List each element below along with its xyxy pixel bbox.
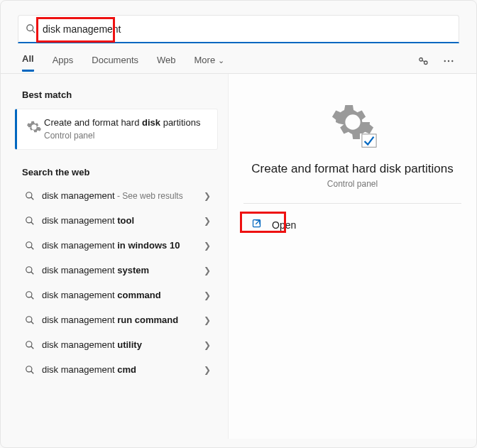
svg-point-17 [26,316,32,322]
tab-more[interactable]: More [194,55,225,71]
best-match-header: Best match [1,84,228,106]
chevron-right-icon: ❯ [204,191,211,201]
svg-line-18 [31,321,34,324]
svg-point-19 [26,341,32,346]
search-input[interactable] [43,23,459,35]
search-icon [18,23,43,34]
tab-web[interactable]: Web [157,55,176,71]
svg-line-10 [31,222,34,224]
svg-line-8 [31,197,34,200]
chevron-right-icon: ❯ [204,340,211,350]
svg-point-6 [451,60,453,62]
web-result-text: disk management run command [38,315,204,325]
web-result-text: disk management system [38,265,204,275]
svg-line-22 [31,371,34,373]
best-match-title: Create and format hard disk partitions [44,116,200,129]
more-options-icon[interactable] [442,55,455,70]
svg-rect-23 [361,134,375,147]
open-button[interactable]: Open [240,212,307,237]
open-label: Open [272,219,296,231]
svg-point-11 [26,241,32,247]
gear-check-icon [330,99,375,148]
svg-point-5 [448,60,449,62]
results-panel: Best match Create and format hard disk p… [1,74,228,439]
web-result-6[interactable]: disk management utility❯ [1,332,228,357]
web-result-1[interactable]: disk management tool❯ [1,208,228,233]
svg-line-1 [32,30,35,33]
gear-icon [24,116,44,141]
web-result-4[interactable]: disk management command❯ [1,283,228,307]
search-icon [22,365,38,375]
svg-line-14 [31,271,34,274]
svg-line-12 [31,246,34,249]
web-result-text: disk management cmd [38,364,204,375]
best-match-result[interactable]: Create and format hard disk partitions C… [15,109,218,150]
search-icon [22,191,38,201]
web-result-5[interactable]: disk management run command❯ [1,307,228,332]
search-icon [22,241,38,251]
svg-point-15 [26,291,32,297]
tab-apps[interactable]: Apps [53,55,74,71]
search-icon [22,266,38,275]
tab-documents[interactable]: Documents [92,55,138,71]
web-result-0[interactable]: disk management - See web results❯ [1,183,228,208]
svg-line-20 [31,346,34,349]
chevron-right-icon: ❯ [204,216,211,226]
search-icon [22,290,38,300]
chevron-right-icon: ❯ [204,315,211,325]
search-icon [22,340,38,350]
chevron-right-icon: ❯ [204,241,211,251]
svg-line-25 [256,220,260,224]
web-result-3[interactable]: disk management system❯ [1,258,228,283]
chevron-right-icon: ❯ [204,365,211,375]
web-result-text: disk management tool [38,215,204,226]
svg-line-16 [31,296,34,299]
chevron-right-icon: ❯ [204,266,211,275]
search-bar [1,1,476,43]
details-panel: Create and format hard disk partitions C… [228,74,476,439]
web-result-7[interactable]: disk management cmd❯ [1,357,228,382]
chevron-right-icon: ❯ [204,290,211,300]
tab-all[interactable]: All [22,53,34,72]
svg-point-7 [26,192,32,197]
open-external-icon [251,218,262,231]
svg-point-13 [26,266,32,272]
web-result-2[interactable]: disk management in windows 10❯ [1,233,228,258]
svg-point-0 [26,25,33,31]
search-box[interactable] [18,15,459,43]
svg-point-4 [444,60,446,62]
web-result-text: disk management utility [38,339,204,350]
best-match-subtitle: Control panel [44,131,200,141]
details-subtitle: Control panel [327,179,378,189]
web-result-text: disk management command [38,290,204,300]
web-result-text: disk management - See web results [38,190,204,201]
search-icon [22,216,38,226]
svg-point-9 [26,217,32,222]
tabs-row: All Apps Documents Web More [1,43,476,72]
details-title: Create and format hard disk partitions [237,162,467,176]
web-result-text: disk management in windows 10 [38,240,204,251]
svg-point-21 [26,366,32,371]
search-icon [22,315,38,325]
search-web-header: Search the web [1,161,228,183]
connector-icon[interactable] [417,55,429,70]
